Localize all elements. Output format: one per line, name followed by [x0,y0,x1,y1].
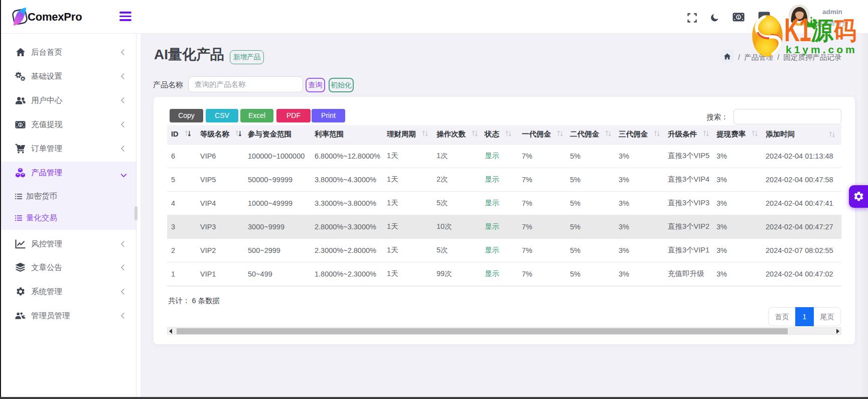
svg-text:1: 1 [738,15,740,20]
svg-text:1: 1 [20,122,22,126]
